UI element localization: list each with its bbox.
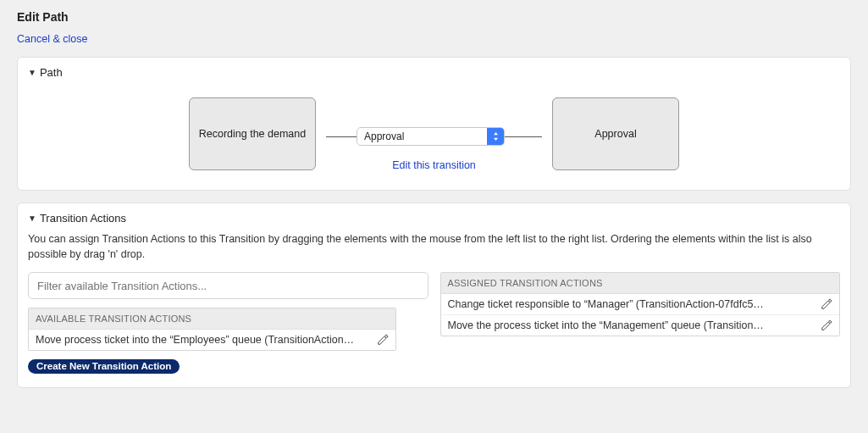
state-to-label: Approval (594, 128, 636, 140)
cancel-close-link[interactable]: Cancel & close (17, 33, 87, 45)
connector-line (505, 136, 542, 137)
state-from: Recording the demand (189, 97, 316, 170)
path-panel-header[interactable]: ▼ Path (28, 66, 840, 79)
state-to: Approval (552, 97, 679, 170)
path-panel: ▼ Path Recording the demand Approval (17, 57, 851, 191)
path-panel-title: Path (40, 66, 63, 79)
assigned-actions-header: ASSIGNED TRANSITION ACTIONS (441, 273, 840, 294)
pencil-icon[interactable] (377, 334, 389, 346)
edit-transition-link[interactable]: Edit this transition (392, 159, 476, 171)
list-item-label: Move the process ticket into the “Manage… (448, 319, 815, 331)
assigned-actions-list: ASSIGNED TRANSITION ACTIONS Change ticke… (440, 272, 841, 336)
caret-down-icon: ▼ (28, 68, 36, 77)
state-from-label: Recording the demand (199, 128, 306, 140)
list-item[interactable]: Move the process ticket into the “Manage… (441, 315, 840, 336)
list-item-label: Change ticket responsible to “Manager” (… (448, 298, 815, 310)
chevron-updown-icon[interactable] (487, 128, 504, 145)
actions-panel-title: Transition Actions (40, 212, 126, 225)
actions-help-text: You can assign Transition Actions to thi… (28, 231, 840, 262)
list-item[interactable]: Move process ticket into the “Employees”… (29, 330, 395, 350)
filter-input[interactable] (28, 272, 428, 299)
available-actions-header: AVAILABLE TRANSITION ACTIONS (29, 308, 395, 330)
transition-actions-panel: ▼ Transition Actions You can assign Tran… (17, 203, 851, 388)
transition-select-value: Approval (357, 130, 487, 142)
list-item[interactable]: Change ticket responsible to “Manager” (… (441, 294, 840, 315)
create-transition-action-button[interactable]: Create New Transition Action (28, 359, 180, 374)
pencil-icon[interactable] (821, 298, 832, 310)
list-item-label: Move process ticket into the “Employees”… (36, 334, 370, 346)
pencil-icon[interactable] (821, 319, 832, 331)
transition-select[interactable]: Approval (357, 127, 505, 146)
connector-line (326, 136, 357, 137)
page-title: Edit Path (17, 10, 851, 24)
path-diagram: Recording the demand Approval Edit this … (28, 86, 840, 176)
caret-down-icon: ▼ (28, 214, 36, 223)
actions-panel-header[interactable]: ▼ Transition Actions (28, 212, 840, 225)
available-actions-list: AVAILABLE TRANSITION ACTIONS Move proces… (28, 308, 396, 351)
